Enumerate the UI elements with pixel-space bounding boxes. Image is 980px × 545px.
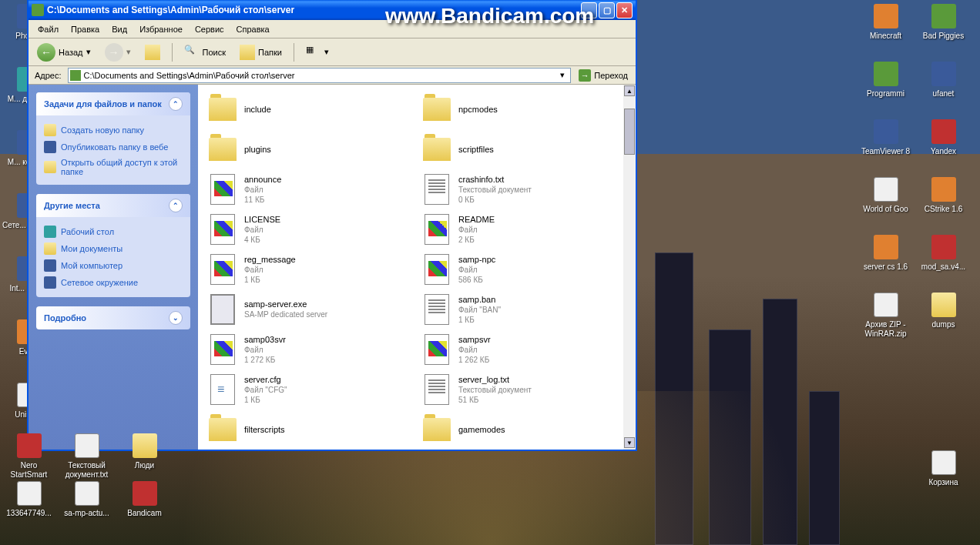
publish-link[interactable]: Опубликовать папку в вебе bbox=[44, 139, 183, 155]
file-item[interactable]: server.cfgФайл "CFG"1 КБ bbox=[204, 371, 415, 408]
desktop-icon[interactable]: CStrike 1.6 bbox=[915, 173, 972, 231]
file-size: 1 КБ bbox=[458, 315, 501, 325]
file-item[interactable]: READMEФайл2 КБ bbox=[418, 211, 629, 248]
desktop-icon[interactable]: Yandex bbox=[915, 115, 972, 173]
sidebar: Задачи для файлов и папок ⌃ Создать нову… bbox=[29, 85, 198, 450]
forward-button[interactable]: → ▾ bbox=[99, 42, 136, 63]
desktop-icon[interactable]: Люди bbox=[116, 430, 173, 487]
file-item[interactable]: npcmodes bbox=[418, 91, 629, 128]
tasks-panel-header[interactable]: Задачи для файлов и папок ⌃ bbox=[36, 92, 190, 115]
addressbar: Адрес: ▾ → Переход bbox=[29, 66, 636, 85]
file-item[interactable]: samp-npcФайл586 КБ bbox=[418, 251, 629, 288]
desktop-icon[interactable]: Minecraft bbox=[857, 0, 915, 58]
file-item[interactable]: LICENSEФайл4 КБ bbox=[204, 211, 415, 248]
dropdown-arrow-icon: ▾ bbox=[126, 47, 131, 57]
file-list[interactable]: includenpcmodespluginsscriptfilesannounc… bbox=[198, 85, 636, 450]
desktop-icon[interactable]: TeamViewer 8 bbox=[857, 115, 915, 173]
menu-edit[interactable]: Правка bbox=[65, 23, 106, 35]
file-item[interactable]: reg_messageФайл1 КБ bbox=[204, 251, 415, 288]
desktop-icon[interactable]: Текстовый документ.txt bbox=[58, 430, 116, 487]
app-icon bbox=[931, 235, 956, 259]
places-panel-header[interactable]: Другие места ⌃ bbox=[36, 194, 190, 217]
address-input-wrap[interactable]: ▾ bbox=[68, 68, 572, 83]
go-button[interactable]: → Переход bbox=[574, 69, 633, 82]
file-item[interactable]: sampsvrФайл1 262 КБ bbox=[418, 331, 629, 368]
file-item[interactable]: filterscripts bbox=[204, 411, 415, 448]
file-size: 586 КБ bbox=[458, 275, 495, 285]
desktop-icon[interactable]: World of Goo bbox=[857, 173, 915, 231]
desktop-icon[interactable]: Архив ZIP - WinRAR.zip bbox=[857, 289, 915, 346]
file-item[interactable]: plugins bbox=[204, 131, 415, 168]
views-button[interactable]: ▦ ▾ bbox=[300, 42, 334, 63]
views-icon: ▦ bbox=[306, 45, 321, 60]
file-item[interactable]: samp.banФайл "BAN"1 КБ bbox=[418, 291, 629, 328]
desktop-icon[interactable]: Nero StartSmart bbox=[0, 430, 58, 487]
file-name: gamemodes bbox=[458, 425, 505, 435]
file-type: Файл "BAN" bbox=[458, 305, 501, 315]
folders-label: Папки bbox=[258, 48, 282, 57]
app-icon bbox=[874, 4, 898, 28]
my-computer-link[interactable]: Мой компьютер bbox=[44, 257, 183, 274]
address-dropdown-icon[interactable]: ▾ bbox=[556, 70, 569, 80]
app-icon bbox=[133, 433, 157, 458]
desktop-link[interactable]: Рабочий стол bbox=[44, 223, 183, 240]
desktop-icon[interactable]: Корзина bbox=[915, 446, 972, 504]
folder-icon bbox=[44, 124, 56, 136]
up-folder-icon bbox=[145, 45, 160, 60]
menu-tools[interactable]: Сервис bbox=[189, 23, 230, 35]
icon-label: Bad Piggies bbox=[923, 32, 964, 41]
menu-help[interactable]: Справка bbox=[230, 23, 276, 35]
menu-view[interactable]: Вид bbox=[106, 23, 133, 35]
file-item[interactable]: gamemodes bbox=[418, 411, 629, 448]
folder-icon bbox=[207, 414, 238, 445]
file-item[interactable]: include bbox=[204, 91, 415, 128]
file-item[interactable]: announceФайл11 КБ bbox=[204, 171, 415, 208]
address-input[interactable] bbox=[84, 71, 557, 80]
file-name: sampsvr bbox=[458, 335, 491, 345]
file-type: Файл bbox=[244, 265, 296, 275]
details-panel-header[interactable]: Подробно ⌄ bbox=[36, 306, 190, 329]
file-name: LICENSE bbox=[244, 215, 280, 225]
desktop-icon[interactable]: mod_sa.v4... bbox=[915, 231, 972, 289]
scroll-down-icon[interactable]: ▼ bbox=[624, 437, 635, 448]
search-button[interactable]: 🔍 Поиск bbox=[179, 42, 231, 63]
collapse-icon: ⌃ bbox=[169, 97, 183, 111]
menu-favorites[interactable]: Избранное bbox=[133, 23, 189, 35]
file-icon bbox=[207, 214, 238, 245]
file-name: samp-npc bbox=[458, 255, 495, 265]
desktop-icon[interactable]: dumps bbox=[915, 289, 972, 346]
scroll-up-icon[interactable]: ▲ bbox=[624, 85, 635, 96]
file-icon bbox=[207, 374, 238, 405]
share-link[interactable]: Открыть общий доступ к этой папке bbox=[44, 155, 183, 179]
scrollbar[interactable]: ▲ ▼ bbox=[623, 85, 636, 450]
collapse-icon: ⌃ bbox=[169, 199, 183, 212]
file-icon bbox=[421, 174, 452, 205]
close-button[interactable]: ✕ bbox=[616, 2, 633, 18]
app-icon bbox=[874, 235, 898, 259]
desktop-icon[interactable]: Programmi bbox=[857, 58, 915, 115]
desktop-icon[interactable]: ufanet bbox=[915, 58, 972, 115]
scroll-thumb[interactable] bbox=[624, 109, 635, 155]
desktop-icon[interactable]: Bad Piggies bbox=[915, 0, 972, 58]
my-docs-link[interactable]: Мои документы bbox=[44, 240, 183, 257]
icon-label: dumps bbox=[931, 320, 955, 329]
content-area: Задачи для файлов и папок ⌃ Создать нову… bbox=[29, 85, 636, 450]
icon-label: Programmi bbox=[867, 89, 904, 99]
desktop-icon[interactable]: server cs 1.6 bbox=[857, 231, 915, 289]
maximize-button[interactable]: ▢ bbox=[599, 2, 615, 18]
places-panel: Другие места ⌃ Рабочий стол Мои документ… bbox=[36, 194, 190, 297]
places-panel-body: Рабочий стол Мои документы Мой компьютер… bbox=[36, 217, 190, 297]
file-item[interactable]: samp-server.exeSA-MP dedicated server bbox=[204, 291, 415, 328]
file-size: 0 КБ bbox=[458, 195, 532, 205]
network-link[interactable]: Сетевое окружение bbox=[44, 274, 183, 291]
folders-button[interactable]: Папки bbox=[234, 42, 287, 63]
file-item[interactable]: samp03svrФайл1 272 КБ bbox=[204, 331, 415, 368]
file-item[interactable]: crashinfo.txtТекстовый документ0 КБ bbox=[418, 171, 629, 208]
up-button[interactable] bbox=[139, 42, 166, 63]
file-item[interactable]: server_log.txtТекстовый документ51 КБ bbox=[418, 371, 629, 408]
new-folder-link[interactable]: Создать новую папку bbox=[44, 122, 183, 139]
file-item[interactable]: scriptfiles bbox=[418, 131, 629, 168]
back-button[interactable]: ← Назад ▾ bbox=[32, 42, 96, 63]
menu-file[interactable]: Файл bbox=[32, 23, 65, 35]
app-icon bbox=[931, 4, 956, 28]
